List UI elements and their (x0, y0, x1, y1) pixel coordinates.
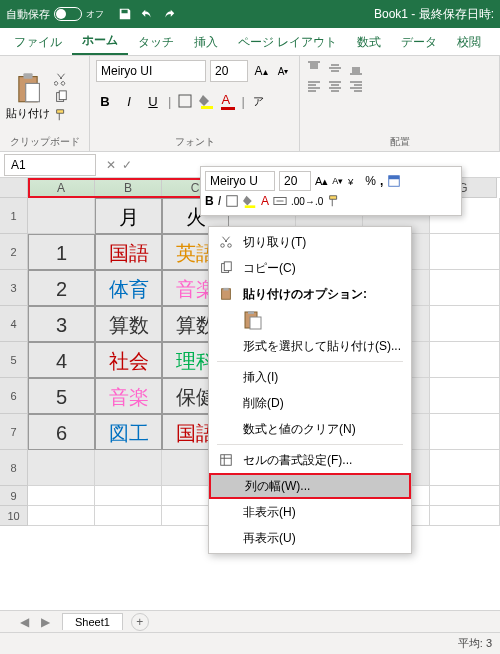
border-icon[interactable] (177, 93, 193, 109)
cell[interactable]: 体育 (95, 270, 162, 306)
mini-border-icon[interactable] (225, 194, 239, 208)
mini-decrease-font-icon[interactable]: A▾ (332, 176, 343, 186)
align-bottom-icon[interactable] (348, 60, 364, 76)
mini-increase-font-icon[interactable]: A▴ (315, 175, 328, 188)
decrease-font-icon[interactable]: A▾ (274, 62, 292, 80)
tab-insert[interactable]: 挿入 (184, 28, 228, 55)
mini-bold-button[interactable]: B (205, 194, 214, 208)
font-name-select[interactable] (96, 60, 206, 82)
mini-table-icon[interactable] (387, 174, 401, 188)
undo-icon[interactable] (140, 7, 154, 21)
cell[interactable] (430, 270, 500, 306)
cell[interactable] (95, 506, 162, 526)
cell[interactable] (95, 450, 162, 486)
bold-button[interactable]: B (96, 92, 114, 110)
mini-format-painter-icon[interactable] (327, 194, 341, 208)
cancel-formula-icon[interactable]: ✕ (106, 158, 116, 172)
cell[interactable]: 5 (28, 378, 95, 414)
underline-button[interactable]: U (144, 92, 162, 110)
fill-color-icon[interactable] (199, 93, 215, 109)
cell[interactable] (430, 450, 500, 486)
column-header-a[interactable]: A (28, 178, 95, 198)
align-center-icon[interactable] (327, 79, 343, 95)
row-header[interactable]: 1 (0, 198, 28, 234)
italic-button[interactable]: I (120, 92, 138, 110)
mini-comma-icon[interactable]: , (380, 174, 383, 188)
cell[interactable] (430, 486, 500, 506)
tab-file[interactable]: ファイル (4, 28, 72, 55)
ctx-insert[interactable]: 挿入(I) (209, 364, 411, 390)
cell[interactable]: 社会 (95, 342, 162, 378)
mini-percent-icon[interactable]: % (365, 174, 376, 188)
tab-home[interactable]: ホーム (72, 26, 128, 55)
row-header[interactable]: 8 (0, 450, 28, 486)
tab-review[interactable]: 校閲 (447, 28, 491, 55)
font-color-icon[interactable]: A (221, 92, 235, 110)
cell[interactable] (95, 486, 162, 506)
tab-data[interactable]: データ (391, 28, 447, 55)
row-header[interactable]: 9 (0, 486, 28, 506)
cell[interactable] (28, 506, 95, 526)
ctx-paste-option-default[interactable] (209, 307, 411, 333)
ctx-delete[interactable]: 削除(D) (209, 390, 411, 416)
phonetic-icon[interactable]: ア (251, 93, 267, 109)
cell[interactable] (430, 306, 500, 342)
cell[interactable] (430, 414, 500, 450)
tab-formulas[interactable]: 数式 (347, 28, 391, 55)
enter-formula-icon[interactable]: ✓ (122, 158, 132, 172)
ctx-copy[interactable]: コピー(C) (209, 255, 411, 281)
cell[interactable] (430, 506, 500, 526)
sheet-nav-prev-icon[interactable]: ◀ (20, 615, 29, 629)
name-box[interactable]: A1 (4, 154, 96, 176)
mini-font-color-icon[interactable]: A (261, 194, 269, 208)
sheet-nav-next-icon[interactable]: ▶ (41, 615, 50, 629)
mini-font-size[interactable] (279, 171, 311, 191)
cell[interactable] (28, 486, 95, 506)
align-right-icon[interactable] (348, 79, 364, 95)
sheet-tab-sheet1[interactable]: Sheet1 (62, 613, 123, 630)
cell[interactable]: 2 (28, 270, 95, 306)
copy-icon[interactable] (54, 90, 68, 104)
cell[interactable]: 音楽 (95, 378, 162, 414)
cut-icon[interactable] (54, 72, 68, 86)
ctx-clear[interactable]: 数式と値のクリア(N) (209, 416, 411, 442)
row-header[interactable]: 10 (0, 506, 28, 526)
cell[interactable]: 図工 (95, 414, 162, 450)
ctx-unhide[interactable]: 再表示(U) (209, 525, 411, 551)
cell[interactable]: 国語 (95, 234, 162, 270)
column-header-b[interactable]: B (95, 178, 162, 198)
ctx-column-width[interactable]: 列の幅(W)... (209, 473, 411, 499)
mini-merge-icon[interactable] (273, 194, 287, 208)
row-header[interactable]: 3 (0, 270, 28, 306)
increase-font-icon[interactable]: A▴ (252, 62, 270, 80)
format-painter-icon[interactable] (54, 108, 68, 122)
paste-button[interactable]: 貼り付け (6, 72, 50, 121)
autosave-toggle[interactable]: 自動保存 オフ (6, 7, 104, 22)
tab-touch[interactable]: タッチ (128, 28, 184, 55)
mini-fill-color-icon[interactable] (243, 194, 257, 208)
mini-decrease-decimal-icon[interactable]: .00→.0 (291, 196, 323, 207)
cell[interactable] (430, 342, 500, 378)
mini-italic-button[interactable]: I (218, 194, 221, 208)
ctx-format-cells[interactable]: セルの書式設定(F)... (209, 447, 411, 473)
row-header[interactable]: 2 (0, 234, 28, 270)
ctx-cut[interactable]: 切り取り(T) (209, 229, 411, 255)
cell[interactable]: 算数 (95, 306, 162, 342)
ctx-paste-special[interactable]: 形式を選択して貼り付け(S)... (209, 333, 411, 359)
row-header[interactable]: 7 (0, 414, 28, 450)
row-header[interactable]: 5 (0, 342, 28, 378)
align-left-icon[interactable] (306, 79, 322, 95)
cell[interactable]: 6 (28, 414, 95, 450)
font-size-select[interactable] (210, 60, 248, 82)
cell[interactable] (28, 198, 95, 234)
cell[interactable] (28, 450, 95, 486)
align-top-icon[interactable] (306, 60, 322, 76)
save-icon[interactable] (118, 7, 132, 21)
add-sheet-button[interactable]: + (131, 613, 149, 631)
mini-font-name[interactable] (205, 171, 275, 191)
cell[interactable]: 1 (28, 234, 95, 270)
row-header[interactable]: 4 (0, 306, 28, 342)
select-all-corner[interactable] (0, 178, 28, 198)
row-header[interactable]: 6 (0, 378, 28, 414)
mini-accounting-format-icon[interactable]: ¥ (347, 174, 361, 188)
